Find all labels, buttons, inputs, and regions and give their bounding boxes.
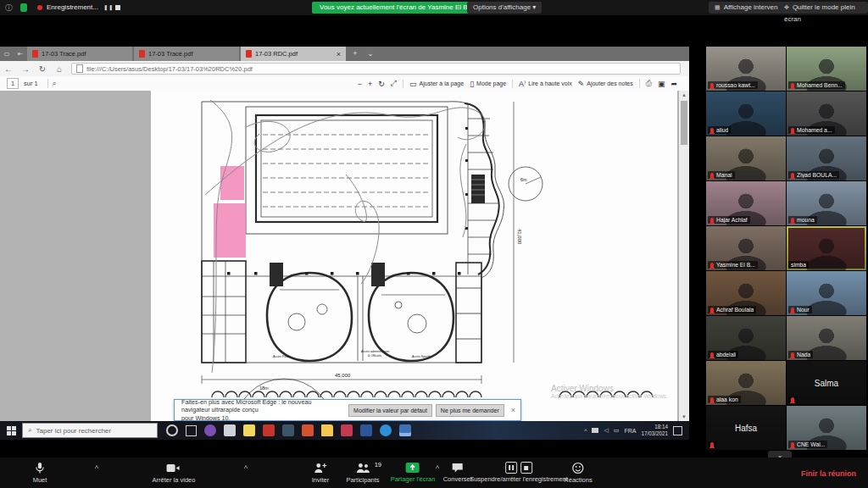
autocad-icon[interactable] — [341, 424, 353, 436]
tray-expand-icon[interactable]: ^ — [584, 428, 587, 434]
end-meeting-button[interactable]: Finir la réunion — [801, 469, 856, 478]
participant-tile[interactable]: mouna — [787, 181, 866, 225]
taskbar-clock[interactable]: 18:1417/03/2021 — [641, 424, 668, 437]
info-icon[interactable]: ⓘ — [5, 3, 13, 14]
stop-recording-square-icon[interactable] — [520, 462, 532, 474]
browser-tab[interactable]: 17-03 Tracé.pdf — [134, 47, 239, 61]
windows-taskbar: ⌕ Taper ici pour rechercher ^ ◁ ▭ FRA 18… — [0, 421, 689, 440]
pause-recording-icon[interactable] — [505, 462, 517, 474]
share-button[interactable]: ➦ — [670, 80, 677, 88]
scroll-down-icon[interactable]: ▼ — [681, 414, 687, 419]
start-button[interactable] — [0, 421, 22, 440]
edge-icon[interactable] — [380, 424, 392, 436]
browser-scrollbar[interactable]: ▲ ▼ — [679, 91, 689, 421]
back-icon[interactable]: ← — [0, 64, 17, 74]
acrobat-icon[interactable] — [263, 424, 275, 436]
mute-options-chevron[interactable]: ^ — [95, 464, 98, 473]
participant-tile[interactable]: simba — [787, 226, 866, 270]
plan-radius-large: 18m — [259, 385, 269, 391]
save-button[interactable]: ▣ — [658, 80, 665, 88]
participant-tile[interactable]: Mohamed a... — [787, 92, 866, 136]
participant-tile[interactable]: Achraf Boulala — [706, 271, 786, 315]
action-center-icon[interactable] — [673, 426, 682, 435]
rotate-button[interactable]: ↻ — [378, 80, 385, 88]
participant-tile[interactable]: aliud — [706, 92, 786, 136]
file-explorer-icon[interactable] — [321, 424, 333, 436]
participant-tile[interactable]: roussao kawt... — [706, 47, 786, 91]
browser-tab[interactable]: 17-03 RDC.pdf× — [241, 47, 346, 61]
new-tab-button[interactable]: + — [348, 47, 363, 61]
network-icon[interactable] — [592, 428, 598, 433]
browser-tab[interactable]: 17-03 Tracé.pdf — [27, 47, 132, 61]
participant-tile[interactable]: Salma — [787, 361, 866, 405]
volume-icon[interactable]: ◁ — [604, 427, 608, 434]
participant-tile[interactable]: Mohamed Benn... — [787, 47, 866, 91]
plan-dim-width: 45,000 — [335, 373, 351, 378]
tab-close-icon[interactable]: × — [335, 50, 341, 58]
set-aside-tabs-icon[interactable]: ⇤ — [14, 47, 27, 61]
participant-tile[interactable]: Hafsa — [706, 406, 786, 450]
tab-preview-icon[interactable]: ▭ — [0, 47, 14, 61]
chat-button[interactable]: Converser — [443, 462, 473, 483]
powerpoint-icon[interactable] — [302, 424, 314, 436]
sticky-notes-icon[interactable] — [243, 424, 255, 436]
tab-menu-button[interactable]: ⌄ — [363, 47, 378, 61]
stop-video-button[interactable]: Arrêter la video — [153, 462, 196, 484]
participant-name-tag: alaa kon — [708, 396, 741, 403]
purple-app-icon[interactable] — [204, 424, 216, 436]
participant-tile[interactable]: Ziyad BOULA... — [787, 136, 866, 180]
task-view-icon[interactable] — [186, 425, 197, 436]
plan-label-admin: Accès administration — [361, 350, 389, 353]
participant-tile[interactable]: Nour — [787, 271, 866, 315]
participant-tile[interactable]: alaa kon — [706, 361, 786, 405]
stop-recording-icon[interactable] — [115, 5, 120, 10]
share-screen-button[interactable]: Partager l'écran — [391, 462, 436, 483]
participant-name-tag: mouna — [788, 216, 817, 224]
participant-name-tag: roussao kawt... — [708, 81, 758, 89]
participant-tile[interactable]: Hajar Achlaf — [706, 181, 786, 225]
participant-name: Yasmine El B... — [716, 262, 755, 268]
pause-recording-icon[interactable]: ❚❚ — [103, 4, 114, 10]
invite-button[interactable]: Inviter — [312, 462, 329, 484]
forward-icon[interactable]: → — [17, 64, 34, 74]
scroll-up-icon[interactable]: ▲ — [681, 92, 687, 97]
share-options-chevron[interactable]: ^ — [436, 464, 439, 473]
page-mode-button[interactable]: ▯Mode page — [470, 80, 506, 88]
participant-tile[interactable]: Yasmine El B... — [706, 226, 786, 270]
participant-tile[interactable]: abdelali — [706, 316, 786, 360]
url-field[interactable]: file:///C:/Users/asus/Desktop/17-03/17-0… — [71, 63, 681, 75]
zoom-out-button[interactable]: − — [358, 80, 362, 88]
pause-stop-recording-button[interactable]: Suspendre/arrêter l'enregistrement — [470, 462, 568, 483]
language-indicator[interactable]: FRA — [624, 428, 636, 434]
refresh-icon[interactable]: ↻ — [34, 64, 51, 74]
home-icon[interactable]: ⌂ — [51, 64, 68, 74]
calculator-icon[interactable] — [224, 424, 236, 436]
participant-tile[interactable]: Nada — [787, 316, 866, 360]
photos-dark-icon[interactable] — [282, 424, 294, 436]
reactions-button[interactable]: Réactions — [564, 462, 592, 484]
pdf-search-icon[interactable]: ⌕ — [53, 79, 57, 88]
read-aloud-button[interactable]: A⁾Lire à haute voix — [512, 80, 572, 88]
word-icon[interactable] — [360, 424, 372, 436]
fit-page-button[interactable]: ▭Ajuster à la page — [403, 80, 464, 88]
print-button[interactable]: ⎙ — [639, 79, 652, 88]
participant-tile[interactable]: Manal — [706, 136, 786, 180]
display-options-button[interactable]: Options d'affichage ▾ — [467, 2, 542, 14]
notification-close-icon[interactable]: × — [511, 406, 515, 414]
video-options-chevron[interactable]: ^ — [244, 464, 248, 473]
battery-icon[interactable]: ▭ — [614, 427, 620, 434]
participant-tile[interactable]: CNE Wal... — [787, 406, 866, 450]
page-number-input[interactable]: 1 — [7, 78, 19, 89]
mute-button[interactable]: Muet — [32, 462, 47, 484]
taskbar-search-input[interactable]: ⌕ Taper ici pour rechercher — [22, 423, 158, 438]
expand-button[interactable]: ⤢ — [391, 79, 397, 88]
zoom-in-button[interactable]: + — [368, 80, 372, 88]
dont-ask-button[interactable]: Ne plus me demander — [436, 404, 504, 417]
set-default-button[interactable]: Modifier la valeur par défaut — [348, 404, 432, 417]
add-notes-button[interactable]: ✎Ajouter des notes — [578, 80, 633, 88]
photos-icon[interactable] — [399, 424, 411, 436]
cortana-icon[interactable] — [166, 424, 178, 436]
scrollbar-thumb[interactable] — [681, 101, 687, 145]
participants-grid: roussao kawt...Mohamed Benn...aliudMoham… — [706, 47, 866, 451]
exit-fullscreen-button[interactable]: ✥Quitter le mode plein écran — [778, 2, 868, 14]
